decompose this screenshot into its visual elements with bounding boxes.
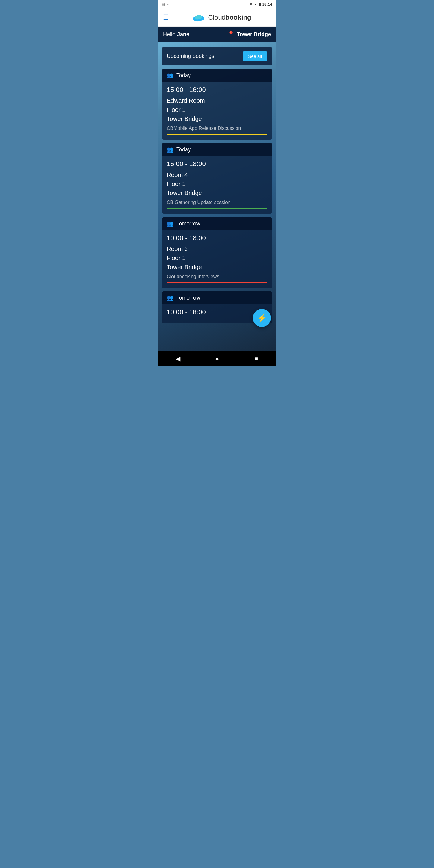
booking-card[interactable]: 👥 Tomorrow 10:00 - 18:00 Room 3 Floor 1 … xyxy=(162,217,272,288)
booking-description: Cloudbooking Interviews xyxy=(167,274,267,279)
booking-description: CB Gathering Update session xyxy=(167,200,267,205)
fab-button[interactable]: ⚡ xyxy=(253,309,271,327)
location-info[interactable]: 📍 Tower Bridge xyxy=(227,31,271,38)
booking-card-body: 10:00 - 18:00 Room 3 Floor 1 Tower Bridg… xyxy=(162,230,272,288)
battery-icon: ▮ xyxy=(259,2,261,6)
booking-indicator xyxy=(167,133,267,135)
nav-back-button[interactable]: ◀ xyxy=(169,352,187,365)
status-left: ▦ ○ xyxy=(162,2,169,6)
booking-time: 16:00 - 18:00 xyxy=(167,160,267,168)
booking-room: Room 3 Floor 1 Tower Bridge xyxy=(167,244,267,272)
booking-card-header: 👥 Today xyxy=(162,143,272,156)
wifi-icon: ▼ xyxy=(249,2,253,6)
time-display: 15:14 xyxy=(262,2,272,7)
booking-day: Today xyxy=(176,72,191,79)
booking-people-icon: 👥 xyxy=(167,72,173,79)
booking-card-header: 👥 Tomorrow xyxy=(162,217,272,230)
booking-card[interactable]: 👥 Today 15:00 - 16:00 Edward Room Floor … xyxy=(162,69,272,140)
location-bar: Hello Jane 📍 Tower Bridge xyxy=(158,27,276,42)
booking-day: Tomorrow xyxy=(176,295,200,301)
greeting-text: Hello Jane xyxy=(163,31,189,38)
circle-icon: ○ xyxy=(167,2,169,6)
booking-time: 10:00 - 18:00 xyxy=(167,308,267,316)
booking-card-body: 15:00 - 16:00 Edward Room Floor 1 Tower … xyxy=(162,82,272,140)
booking-time: 15:00 - 16:00 xyxy=(167,86,267,94)
cloud-logo-icon xyxy=(192,13,206,22)
booking-people-icon: 👥 xyxy=(167,294,173,301)
booking-card-header: 👥 Tomorrow xyxy=(162,291,272,304)
booking-room: Room 4 Floor 1 Tower Bridge xyxy=(167,170,267,197)
booking-description: CBMobile App Release Discussion xyxy=(167,126,267,131)
upcoming-header: Upcoming bookings See all xyxy=(162,47,272,65)
booking-room: Edward Room Floor 1 Tower Bridge xyxy=(167,96,267,123)
nav-recents-button[interactable]: ■ xyxy=(247,352,265,365)
bottom-nav: ◀ ● ■ xyxy=(158,351,276,366)
booking-day: Today xyxy=(176,147,191,153)
app-bar: ☰ Cloudbooking xyxy=(158,8,276,27)
nav-home-button[interactable]: ● xyxy=(208,352,226,365)
logo-text: Cloudbooking xyxy=(208,13,251,22)
booking-day: Tomorrow xyxy=(176,221,200,227)
booking-card[interactable]: 👥 Today 16:00 - 18:00 Room 4 Floor 1 Tow… xyxy=(162,143,272,214)
booking-time: 10:00 - 18:00 xyxy=(167,234,267,242)
svg-point-3 xyxy=(195,16,199,19)
booking-card-body: 16:00 - 18:00 Room 4 Floor 1 Tower Bridg… xyxy=(162,156,272,214)
booking-people-icon: 👥 xyxy=(167,146,173,153)
logo-container: Cloudbooking xyxy=(173,13,271,22)
signal-icon: ▲ xyxy=(254,2,258,6)
location-name: Tower Bridge xyxy=(237,31,271,38)
booking-people-icon: 👥 xyxy=(167,220,173,227)
sim-icon: ▦ xyxy=(162,2,165,6)
lightning-icon: ⚡ xyxy=(257,313,267,323)
location-pin-icon: 📍 xyxy=(227,31,235,38)
menu-button[interactable]: ☰ xyxy=(163,14,169,21)
status-bar: ▦ ○ ▼ ▲ ▮ 15:14 xyxy=(158,0,276,8)
booking-indicator xyxy=(167,208,267,209)
main-content: Upcoming bookings See all 👥 Today 15:00 … xyxy=(158,42,276,351)
booking-indicator xyxy=(167,282,267,283)
see-all-button[interactable]: See all xyxy=(243,51,267,61)
status-right: ▼ ▲ ▮ 15:14 xyxy=(249,2,272,7)
upcoming-title: Upcoming bookings xyxy=(167,53,214,59)
booking-card-header: 👥 Today xyxy=(162,69,272,82)
